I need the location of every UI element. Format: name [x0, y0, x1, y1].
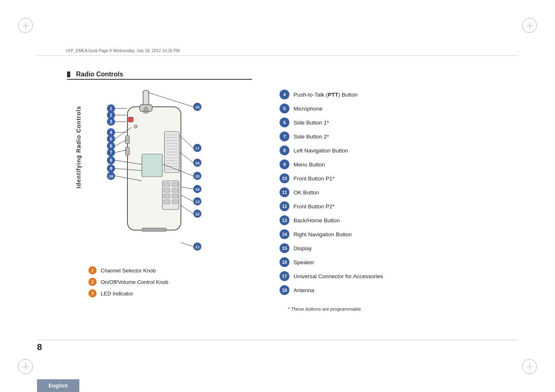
- page-number: 8: [37, 342, 42, 353]
- right-item-15: 15 Display: [280, 243, 518, 253]
- legend-item-3: 3 LED Indicator: [88, 289, 169, 297]
- footnote: * These buttons are programmable.: [288, 307, 362, 311]
- right-item-8: 8 Left Navigation Button: [280, 145, 518, 155]
- legend-item-1: 1 Channel Selector Knob: [88, 266, 169, 274]
- svg-text:9: 9: [110, 166, 112, 171]
- svg-rect-21: [164, 182, 170, 187]
- right-item-7: 7 Side Button 2*: [280, 131, 518, 141]
- label-17: Universal Connector for Accessories: [294, 273, 383, 279]
- svg-point-31: [134, 125, 137, 128]
- svg-line-66: [181, 205, 193, 214]
- label-8: Left Navigation Button: [294, 148, 348, 154]
- header-rule: [37, 55, 518, 56]
- svg-line-63: [181, 242, 193, 247]
- svg-text:16: 16: [195, 161, 200, 165]
- label-13: Back/Home Button: [294, 217, 340, 224]
- legend-label-1: Channel Selector Knob: [101, 267, 156, 274]
- label-14: Right Navigation Button: [294, 231, 352, 238]
- right-item-14: 14 Right Navigation Button: [280, 229, 518, 239]
- side-label: Identifying Radio Controls: [75, 106, 82, 189]
- badge-4: 4: [280, 90, 289, 99]
- svg-text:1: 1: [110, 106, 112, 111]
- svg-text:3: 3: [110, 119, 112, 124]
- svg-text:2: 2: [110, 113, 112, 118]
- svg-line-48: [115, 140, 127, 146]
- right-item-16: 16 Speaker: [280, 257, 518, 267]
- svg-line-78: [180, 152, 193, 163]
- svg-rect-19: [142, 154, 162, 177]
- badge-6: 6: [280, 118, 289, 127]
- footer-rule: [37, 340, 518, 340]
- badge-13: 13: [280, 215, 289, 225]
- svg-text:7: 7: [110, 150, 112, 155]
- badge-5: 5: [280, 104, 289, 113]
- right-item-13: 13 Back/Home Button: [280, 215, 518, 225]
- svg-line-84: [148, 92, 193, 107]
- svg-text:17: 17: [195, 146, 200, 150]
- badge-7: 7: [280, 131, 289, 141]
- label-5: Microphone: [294, 106, 323, 112]
- svg-rect-25: [164, 194, 170, 198]
- svg-rect-27: [164, 200, 170, 204]
- right-item-18: 18 Antenna: [280, 285, 518, 295]
- svg-rect-28: [172, 200, 178, 204]
- section-title: Radio Controls: [67, 71, 123, 78]
- badge-14: 14: [280, 229, 289, 239]
- label-15: Display: [294, 245, 312, 251]
- legend-label-3: LED Indicator: [101, 291, 133, 297]
- svg-line-81: [180, 136, 193, 148]
- legend-badge-3: 3: [88, 289, 97, 297]
- radio-diagram: 1 2 3 4 5 6 7 8 9 10: [82, 82, 230, 255]
- badge-17: 17: [280, 271, 289, 281]
- corner-mark-bl: [18, 359, 33, 374]
- svg-line-51: [115, 150, 127, 152]
- svg-text:6: 6: [110, 143, 112, 148]
- svg-point-3: [144, 107, 148, 111]
- right-item-11: 11 OK Button: [280, 187, 518, 197]
- header-file-info: LKP_EMEA.book Page 8 Wednesday, July 18,…: [66, 48, 180, 53]
- badge-12: 12: [280, 201, 289, 211]
- badge-8: 8: [280, 145, 289, 155]
- badge-11: 11: [280, 187, 289, 197]
- legend-area: 1 Channel Selector Knob 2 On/Off/Volume …: [88, 266, 169, 301]
- svg-rect-26: [172, 194, 178, 198]
- label-4: Push-to-Talk (PTT) Button: [294, 92, 358, 98]
- legend-badge-2: 2: [88, 278, 97, 286]
- label-10: Front Button P1*: [294, 175, 335, 182]
- legend-badge-1: 1: [88, 266, 97, 274]
- label-11: OK Button: [294, 189, 319, 196]
- badge-9: 9: [280, 159, 289, 169]
- svg-rect-24: [172, 188, 178, 192]
- right-item-17: 17 Universal Connector for Accessories: [280, 271, 518, 281]
- corner-mark-tl: [18, 18, 33, 33]
- label-18: Antenna: [294, 287, 314, 293]
- label-12: Front Button P2*: [294, 203, 335, 210]
- svg-text:13: 13: [195, 199, 200, 204]
- svg-line-72: [181, 187, 193, 189]
- label-9: Menu Button: [294, 161, 325, 168]
- svg-text:5: 5: [110, 136, 112, 141]
- svg-rect-32: [142, 228, 166, 231]
- svg-text:10: 10: [109, 174, 113, 178]
- title-bar-icon: [67, 71, 70, 77]
- svg-rect-22: [172, 182, 178, 187]
- badge-18: 18: [280, 285, 289, 295]
- right-item-5: 5 Microphone: [280, 104, 518, 113]
- svg-line-69: [181, 195, 193, 201]
- legend-item-2: 2 On/Off/Volume Control Knob: [88, 278, 169, 286]
- svg-text:11: 11: [195, 244, 200, 249]
- language-tab: English: [37, 379, 79, 392]
- legend-label-2: On/Off/Volume Control Knob: [101, 279, 169, 285]
- right-item-9: 9 Menu Button: [280, 159, 518, 169]
- right-item-12: 12 Front Button P2*: [280, 201, 518, 211]
- badge-15: 15: [280, 243, 289, 253]
- right-item-10: 10 Front Button P1*: [280, 173, 518, 183]
- label-6: Side Button 1*: [294, 120, 329, 126]
- svg-rect-29: [125, 136, 130, 144]
- svg-rect-4: [128, 117, 133, 122]
- svg-text:15: 15: [195, 174, 200, 178]
- label-7: Side Button 2*: [294, 134, 329, 140]
- svg-text:8: 8: [110, 158, 112, 163]
- svg-text:4: 4: [110, 130, 113, 135]
- badge-10: 10: [280, 173, 289, 183]
